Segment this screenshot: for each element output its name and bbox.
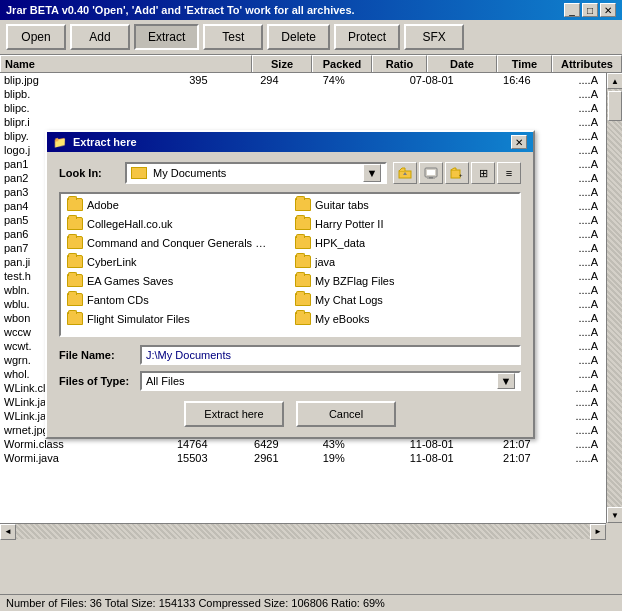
browser-folder-item[interactable]: Flight Simulator Files: [63, 310, 289, 327]
table-row[interactable]: Wormi.class14764642943%11-08-0121:07....…: [0, 437, 606, 451]
test-button[interactable]: Test: [203, 24, 263, 50]
table-cell: .....A: [539, 395, 606, 409]
browser-folder-item[interactable]: My eBooks: [291, 310, 517, 327]
file-browser[interactable]: AdobeGuitar tabsCollegeHall.co.ukHarry P…: [59, 192, 521, 337]
table-cell: 16:46: [462, 73, 539, 87]
folder-icon: [67, 198, 83, 211]
list-view-button[interactable]: ≡: [497, 162, 521, 184]
table-cell: ....A: [539, 269, 606, 283]
toolbar: Open Add Extract Test Delete Protect SFX: [0, 20, 622, 55]
table-cell: ....A: [539, 171, 606, 185]
table-row[interactable]: blip.jpg39529474%07-08-0116:46....A: [0, 73, 606, 87]
horizontal-scrollbar[interactable]: ◄ ►: [0, 523, 606, 539]
look-in-label: Look In:: [59, 167, 119, 179]
folder-icon: [67, 312, 83, 325]
table-cell: 6429: [216, 437, 287, 451]
protect-button[interactable]: Protect: [334, 24, 400, 50]
filename-label: File Name:: [59, 349, 134, 361]
scroll-right-button[interactable]: ►: [590, 524, 606, 540]
folder-label: Adobe: [87, 199, 119, 211]
sfx-button[interactable]: SFX: [404, 24, 464, 50]
browser-folder-item[interactable]: CollegeHall.co.uk: [63, 215, 289, 232]
cancel-button[interactable]: Cancel: [296, 401, 396, 427]
table-cell: 11-08-01: [353, 451, 462, 465]
new-folder-button[interactable]: +: [445, 162, 469, 184]
look-in-value: My Documents: [153, 167, 226, 179]
browser-folder-item[interactable]: Fantom CDs: [63, 291, 289, 308]
table-cell: [287, 115, 353, 129]
folder-label: My Chat Logs: [315, 294, 383, 306]
look-in-dropdown-arrow[interactable]: ▼: [363, 164, 381, 182]
table-cell: [462, 115, 539, 129]
folder-label: Command and Conquer Generals Zero Hour D…: [87, 237, 267, 249]
table-cell: blip.jpg: [0, 73, 133, 87]
table-row[interactable]: Wormi.java15503296119%11-08-0121:07.....…: [0, 451, 606, 465]
scroll-thumb[interactable]: [608, 91, 622, 121]
extract-here-button[interactable]: Extract here: [184, 401, 284, 427]
table-cell: ....A: [539, 255, 606, 269]
table-cell: ....A: [539, 157, 606, 171]
extract-button[interactable]: Extract: [134, 24, 199, 50]
browser-folder-item[interactable]: My Chat Logs: [291, 291, 517, 308]
filetype-combo[interactable]: All Files ▼: [140, 371, 521, 391]
folder-label: HPK_data: [315, 237, 365, 249]
large-icons-button[interactable]: ⊞: [471, 162, 495, 184]
folder-label: CollegeHall.co.uk: [87, 218, 173, 230]
browser-folder-item[interactable]: CyberLink: [63, 253, 289, 270]
browser-folder-item[interactable]: Harry Potter II: [291, 215, 517, 232]
folder-icon: [67, 274, 83, 287]
table-row[interactable]: blipc.....A: [0, 101, 606, 115]
filetype-dropdown-arrow[interactable]: ▼: [497, 373, 515, 389]
scroll-up-button[interactable]: ▲: [607, 73, 622, 89]
filename-input[interactable]: [140, 345, 521, 365]
table-cell: ....A: [539, 101, 606, 115]
browser-folder-item[interactable]: Guitar tabs: [291, 196, 517, 213]
folder-icon: [67, 255, 83, 268]
svg-rect-3: [429, 177, 433, 179]
col-header-size: Size: [252, 55, 312, 72]
table-row[interactable]: blipr.i....A: [0, 115, 606, 129]
table-cell: ....A: [539, 73, 606, 87]
close-button[interactable]: ✕: [600, 3, 616, 17]
browser-folder-item[interactable]: HPK_data: [291, 234, 517, 251]
scroll-left-button[interactable]: ◄: [0, 524, 16, 540]
folder-icon: [295, 312, 311, 325]
browser-folder-item[interactable]: EA Games Saves: [63, 272, 289, 289]
add-button[interactable]: Add: [70, 24, 130, 50]
dialog-title: 📁 Extract here: [53, 136, 137, 149]
table-cell: ....A: [539, 367, 606, 381]
table-row[interactable]: blipb.....A: [0, 87, 606, 101]
folder-icon: [67, 293, 83, 306]
look-in-combo[interactable]: My Documents ▼: [125, 162, 387, 184]
table-cell: [353, 115, 462, 129]
desktop-button[interactable]: [419, 162, 443, 184]
table-cell: ....A: [539, 325, 606, 339]
table-cell: 21:07: [462, 437, 539, 451]
table-cell: 43%: [287, 437, 353, 451]
filetype-label: Files of Type:: [59, 375, 134, 387]
nav-up-button[interactable]: [393, 162, 417, 184]
dialog-close-button[interactable]: ✕: [511, 135, 527, 149]
maximize-button[interactable]: □: [582, 3, 598, 17]
filename-row: File Name:: [59, 345, 521, 365]
browser-folder-item[interactable]: java: [291, 253, 517, 270]
table-cell: .....A: [539, 437, 606, 451]
minimize-button[interactable]: _: [564, 3, 580, 17]
folder-label: Harry Potter II: [315, 218, 383, 230]
browser-folder-item[interactable]: Command and Conquer Generals Zero Hour D…: [63, 234, 289, 251]
browser-folder-item[interactable]: Adobe: [63, 196, 289, 213]
open-button[interactable]: Open: [6, 24, 66, 50]
window-controls: _ □ ✕: [564, 3, 616, 17]
table-cell: 19%: [287, 451, 353, 465]
vertical-scrollbar[interactable]: ▲ ▼: [606, 73, 622, 523]
delete-button[interactable]: Delete: [267, 24, 330, 50]
table-cell: ....A: [539, 297, 606, 311]
table-cell: 07-08-01: [353, 73, 462, 87]
folder-label: Guitar tabs: [315, 199, 369, 211]
app-title: Jrar BETA v0.40 'Open', 'Add' and 'Extra…: [6, 4, 355, 16]
table-cell: ....A: [539, 115, 606, 129]
browser-folder-item[interactable]: My BZFlag Files: [291, 272, 517, 289]
col-header-packed: Packed: [312, 55, 372, 72]
scroll-down-button[interactable]: ▼: [607, 507, 622, 523]
look-in-folder-icon: [131, 167, 147, 179]
